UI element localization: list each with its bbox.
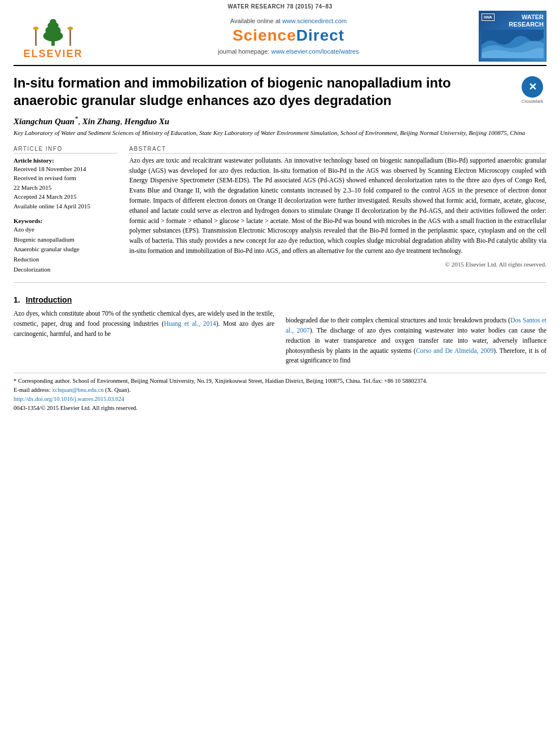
sciencedirect-brand: ScienceDirect xyxy=(233,27,344,45)
keywords-block: Keywords: Azo dye Biogenic nanopalladium… xyxy=(14,217,118,274)
page: WATER RESEARCH 78 (2015) 74–83 xyxy=(0,0,560,747)
keyword-2: Biogenic nanopalladium xyxy=(14,235,118,245)
publisher-logo-area: ELSEVIER xyxy=(14,11,104,62)
keyword-5: Decolorization xyxy=(14,265,118,275)
crossmark-cross-icon: ✕ xyxy=(528,81,537,93)
elsevier-wordmark: ELSEVIER xyxy=(23,48,82,60)
section-divider xyxy=(14,282,546,283)
email-label: E-mail address: xyxy=(14,387,52,393)
keyword-1: Azo dye xyxy=(14,225,118,235)
crossmark-label: CrossMark xyxy=(522,99,544,104)
sciencedirect-header: Available online at www.sciencedirect.co… xyxy=(104,11,473,62)
article-info-section-title: ARTICLE INFO xyxy=(14,146,118,154)
intro-heading: 1. Introduction xyxy=(14,295,274,304)
email-suffix: (X. Quan). xyxy=(105,387,130,393)
article-title: In-situ formation and immobilization of … xyxy=(14,74,513,109)
abstract-column: ABSTRACT Azo dyes are toxic and recalcit… xyxy=(129,146,546,274)
accepted-date: Accepted 24 March 2015 xyxy=(14,192,118,202)
journal-topbar: WATER RESEARCH 78 (2015) 74–83 xyxy=(0,0,560,11)
intro-right-paragraph: biodegraded due to their complex chemica… xyxy=(286,316,546,366)
footnote-divider xyxy=(14,373,546,373)
revised-date: 22 March 2015 xyxy=(14,183,118,193)
intro-left-text: Azo dyes, which constitute about 70% of … xyxy=(14,309,274,339)
author-1: Xiangchun Quan xyxy=(14,117,75,126)
elsevier-tree-icon xyxy=(28,13,78,47)
doi-line: http://dx.doi.org/10.1016/j.watres.2015.… xyxy=(14,395,546,404)
crossmark-badge: ✕ CrossMark xyxy=(518,76,546,104)
available-online-text: Available online at www.sciencedirect.co… xyxy=(230,18,347,24)
article-info-abstract-row: ARTICLE INFO Article history: Received 1… xyxy=(14,146,546,274)
author-2: Xin Zhang xyxy=(82,117,120,126)
doi-link[interactable]: http://dx.doi.org/10.1016/j.watres.2015.… xyxy=(14,396,124,402)
corso-ref-link[interactable]: Corso and De Almeida, 2009 xyxy=(416,347,494,354)
water-research-title: WATERRESEARCH xyxy=(509,14,544,28)
keyword-3: Anaerobic granular sludge xyxy=(14,244,118,255)
available-date: Available online 14 April 2015 xyxy=(14,202,118,211)
svg-point-8 xyxy=(68,27,73,30)
keywords-label: Keywords: xyxy=(14,217,118,224)
footnote-block: * Corresponding author. School of Enviro… xyxy=(14,377,546,412)
intro-title: Introduction xyxy=(26,295,72,304)
section-number: 1. xyxy=(14,295,20,304)
intro-left-paragraph: Azo dyes, which constitute about 70% of … xyxy=(14,309,274,339)
affiliation-line: Key Laboratory of Water and Sediment Sci… xyxy=(14,129,546,137)
author-3: Hengduo Xu xyxy=(124,117,169,126)
article-info-block: Article history: Received 18 November 20… xyxy=(14,157,118,211)
journal-url-link[interactable]: www.elsevier.com/locate/watres xyxy=(271,48,358,55)
science-word: Science xyxy=(233,27,296,44)
copyright-line: © 2015 Elsevier Ltd. All rights reserved… xyxy=(129,260,546,269)
svg-rect-5 xyxy=(35,29,37,46)
journal-badge-area: IWA WATERRESEARCH xyxy=(473,11,546,62)
issn-line: 0043-1354/© 2015 Elsevier Ltd. All right… xyxy=(14,404,546,413)
crossmark-circle: ✕ xyxy=(522,76,543,98)
journal-title: WATER RESEARCH 78 (2015) 74–83 xyxy=(228,3,332,10)
authors-line: Xiangchun Quan*, Xin Zhang, Hengduo Xu xyxy=(14,115,546,126)
abstract-paragraph: Azo dyes are toxic and recalcitrant wast… xyxy=(129,156,546,256)
corresponding-author-note: * Corresponding author. School of Enviro… xyxy=(14,377,546,386)
corresponding-mark: * xyxy=(75,115,78,123)
dos-santos-ref-link[interactable]: Dos Santos et al., 2007 xyxy=(286,317,546,334)
article-info-column: ARTICLE INFO Article history: Received 1… xyxy=(14,146,118,274)
sciencedirect-url-link[interactable]: www.sciencedirect.com xyxy=(282,18,347,24)
abstract-section-title: ABSTRACT xyxy=(129,146,546,154)
body-two-col: 1. Introduction Azo dyes, which constitu… xyxy=(14,291,546,366)
intro-right-text: biodegraded due to their complex chemica… xyxy=(286,316,546,366)
article-title-text: In-situ formation and immobilization of … xyxy=(14,74,513,109)
keyword-4: Reduction xyxy=(14,255,118,265)
email-note: E-mail address: xchquan@bnu.edu.cn (X. Q… xyxy=(14,386,546,395)
authors-section: Xiangchun Quan*, Xin Zhang, Hengduo Xu K… xyxy=(14,115,546,137)
water-wave-graphic xyxy=(482,29,544,59)
elsevier-logo: ELSEVIER xyxy=(14,11,93,62)
abstract-text: Azo dyes are toxic and recalcitrant wast… xyxy=(129,156,546,269)
email-link[interactable]: xchquan@bnu.edu.cn xyxy=(52,387,103,393)
huang-ref-link[interactable]: Huang et al., 2014 xyxy=(164,320,216,327)
journal-homepage-text: journal homepage: www.elsevier.com/locat… xyxy=(218,48,358,55)
svg-point-6 xyxy=(33,27,39,30)
received-date: Received 18 November 2014 xyxy=(14,164,118,174)
svg-point-4 xyxy=(50,19,56,24)
article-title-section: In-situ formation and immobilization of … xyxy=(14,74,546,109)
body-left-col: 1. Introduction Azo dyes, which constitu… xyxy=(14,291,274,366)
direct-word: Direct xyxy=(296,27,344,44)
body-right-col: biodegraded due to their complex chemica… xyxy=(286,291,546,366)
svg-rect-7 xyxy=(69,29,71,46)
water-research-badge: IWA WATERRESEARCH xyxy=(479,11,546,62)
header-row: ELSEVIER Available online at www.science… xyxy=(14,11,546,66)
history-label: Article history: xyxy=(14,157,118,164)
revised-label: Received in revised form xyxy=(14,173,118,183)
iwa-logo: IWA xyxy=(482,14,495,21)
